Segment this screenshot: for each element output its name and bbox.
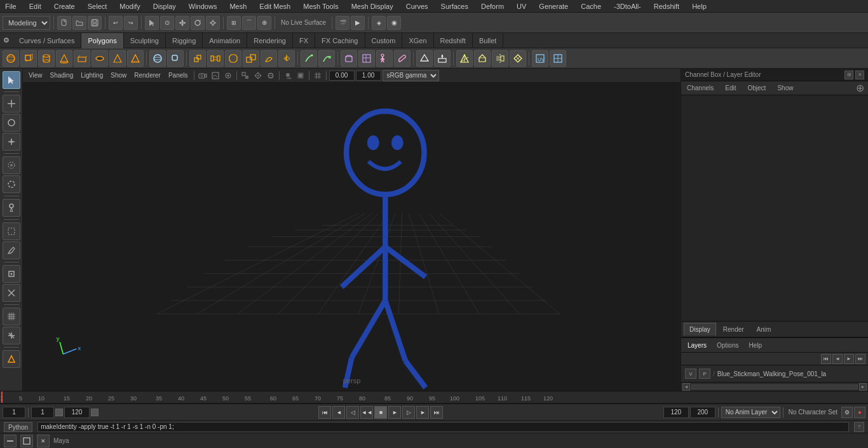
shelf-uv-unfold-icon[interactable]: [550, 50, 566, 67]
add-objects-tool[interactable]: [3, 327, 20, 344]
shelf-torus-icon[interactable]: [92, 50, 108, 67]
prev-key-btn[interactable]: ◁: [346, 406, 359, 419]
shelf-deform-icon[interactable]: [341, 50, 357, 67]
vp-wireframe-btn[interactable]: [252, 70, 264, 81]
shelf-plane-icon[interactable]: [74, 50, 90, 67]
menu-deform[interactable]: Deform: [478, 3, 506, 10]
vp-smooth-btn[interactable]: [265, 70, 276, 81]
close-icon-btn[interactable]: ✕: [37, 435, 50, 447]
python-mode-label[interactable]: Python: [4, 422, 32, 432]
layer-nav-next-next[interactable]: ⏭: [855, 354, 865, 364]
snap-point-btn[interactable]: ⊕: [257, 16, 271, 30]
tab-redshift[interactable]: Redshift: [434, 33, 473, 48]
vp-shadows-btn[interactable]: [282, 70, 294, 81]
skip-to-end-btn[interactable]: ⏭: [430, 406, 443, 419]
shelf-pyramid-icon[interactable]: [127, 50, 144, 67]
help-tab[interactable]: Help: [746, 342, 764, 349]
end-frame-input[interactable]: [64, 407, 90, 418]
snap-grid-btn[interactable]: ⊞: [227, 16, 241, 30]
show-menu[interactable]: Show: [775, 85, 795, 92]
new-file-btn[interactable]: [57, 16, 71, 30]
stop-btn[interactable]: ■: [374, 406, 387, 419]
layers-tab[interactable]: Layers: [685, 342, 709, 349]
skip-to-start-btn[interactable]: ⏮: [318, 406, 331, 419]
menu-windows[interactable]: Windows: [186, 3, 220, 10]
open-file-btn[interactable]: [72, 16, 86, 30]
shelf-cone-icon[interactable]: [56, 50, 72, 67]
menu-modify[interactable]: Modify: [117, 3, 142, 10]
display-toggle-btn[interactable]: ◉: [387, 16, 401, 30]
shelf-combine-icon[interactable]: [243, 50, 259, 67]
tab-rigging[interactable]: Rigging: [166, 33, 203, 48]
scroll-right[interactable]: ►: [859, 383, 867, 391]
viewport-canvas[interactable]: x y persp: [23, 83, 681, 391]
timeline-area[interactable]: 1 5 10 15 20 25 30 35 40 45 50 55 60 65 …: [0, 391, 868, 404]
scale-tool-btn[interactable]: [206, 16, 220, 30]
snap-to-grid-tool[interactable]: [3, 308, 20, 325]
menu-help[interactable]: Help: [689, 3, 709, 10]
brush-tool[interactable]: [3, 199, 20, 217]
layer-nav-next[interactable]: ►: [844, 354, 854, 364]
tab-xgen[interactable]: XGen: [402, 33, 433, 48]
play-back-btn[interactable]: ◄◄: [360, 406, 373, 419]
lasso-tool-btn[interactable]: ⊙: [160, 16, 174, 30]
show-menu[interactable]: Show: [107, 72, 130, 79]
renderer-menu[interactable]: Renderer: [131, 72, 164, 79]
redo-btn[interactable]: ↪: [124, 16, 138, 30]
shelf-triangulate-icon[interactable]: [456, 50, 473, 67]
shelf-mirror-poly-icon[interactable]: [492, 50, 508, 67]
display-tab[interactable]: Display: [684, 323, 716, 336]
shelf-mirror-icon[interactable]: [278, 50, 295, 67]
menu-mesh-tools[interactable]: Mesh Tools: [301, 3, 341, 10]
shelf-paint-weights-icon[interactable]: [394, 50, 410, 67]
timeline-ruler[interactable]: 1 5 10 15 20 25 30 35 40 45 50 55 60 65 …: [0, 391, 868, 403]
render-tab[interactable]: Render: [717, 323, 750, 336]
layer-nav-prev[interactable]: ◄: [832, 354, 843, 364]
menu-generate[interactable]: Generate: [536, 3, 571, 10]
vp-camera-btn[interactable]: [197, 70, 208, 81]
layer-nav-prev-prev[interactable]: ⏮: [821, 354, 831, 364]
shelf-cube-icon[interactable]: [20, 50, 37, 67]
select-tool-btn[interactable]: [145, 16, 159, 30]
render-view-btn[interactable]: ▶: [351, 16, 365, 30]
select-tool[interactable]: [3, 71, 20, 89]
color-space-select[interactable]: sRGB gamma: [383, 70, 439, 81]
current-frame-input[interactable]: [3, 407, 25, 418]
shelf-bevel-icon[interactable]: [225, 50, 241, 67]
module-settings-icon[interactable]: ⚙: [0, 33, 13, 48]
scroll-track[interactable]: [691, 384, 858, 390]
menu-create[interactable]: Create: [51, 3, 78, 10]
scroll-left[interactable]: ◄: [682, 383, 690, 391]
menu-select[interactable]: Select: [85, 3, 110, 10]
panels-menu[interactable]: Panels: [165, 72, 191, 79]
range-start-input[interactable]: [663, 407, 689, 418]
move-tool-btn[interactable]: [175, 16, 189, 30]
tab-custom[interactable]: Custom: [365, 33, 403, 48]
anim-layer-select[interactable]: No Anim Layer: [721, 407, 780, 418]
rotate-tool-btn[interactable]: [191, 16, 205, 30]
transform-tool[interactable]: [3, 95, 20, 112]
anim-tab[interactable]: Anim: [751, 323, 777, 336]
shelf-poly-display-icon[interactable]: [416, 50, 433, 67]
shelf-bind-skin-icon[interactable]: [376, 50, 393, 67]
view-menu[interactable]: View: [25, 72, 46, 79]
layer-phy-btn[interactable]: P: [699, 369, 710, 379]
auto-key-btn[interactable]: ●: [854, 407, 865, 418]
workspace-dropdown[interactable]: Modeling: [3, 16, 50, 30]
show-manipulator-tool[interactable]: [3, 265, 20, 283]
shelf-bridge-icon[interactable]: [207, 50, 224, 67]
vp-image-plane-btn[interactable]: [210, 70, 221, 81]
tab-polygons[interactable]: Polygons: [81, 33, 123, 48]
float-panel-btn[interactable]: ⊞: [844, 71, 853, 79]
tab-rendering[interactable]: Rendering: [247, 33, 293, 48]
help-btn[interactable]: ?: [854, 422, 864, 432]
paint-tool[interactable]: [3, 241, 20, 259]
marquee-tool[interactable]: [3, 222, 20, 240]
shelf-prism-icon[interactable]: [109, 50, 126, 67]
tab-bullet[interactable]: Bullet: [473, 33, 504, 48]
shelf-pencil-icon[interactable]: [301, 50, 317, 67]
menu-mesh[interactable]: Mesh: [227, 3, 249, 10]
next-key-btn[interactable]: ▷: [402, 406, 415, 419]
shelf-subdiv-sphere-icon[interactable]: [149, 50, 166, 67]
menu-redshift[interactable]: Redshift: [651, 3, 682, 10]
